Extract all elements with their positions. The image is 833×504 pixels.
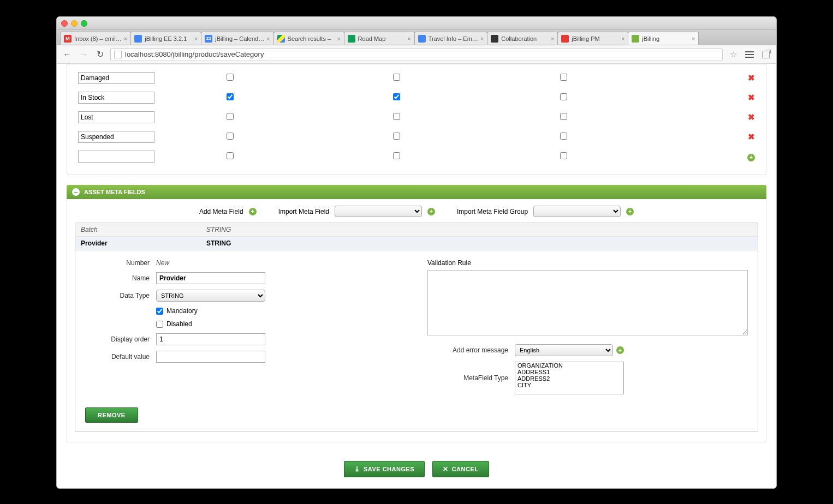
import-meta-field-group-button[interactable]: + bbox=[626, 208, 634, 215]
delete-row-icon[interactable]: ✖ bbox=[748, 93, 755, 102]
add-row-icon[interactable]: + bbox=[747, 154, 755, 161]
tab-close-icon[interactable]: × bbox=[407, 35, 410, 42]
tab-title: jBilling – Calend… bbox=[215, 35, 264, 42]
browser-tab[interactable]: jBilling PM× bbox=[557, 32, 628, 45]
metafield-type-option[interactable]: ADDRESS1 bbox=[515, 369, 623, 375]
browser-tab[interactable]: jBilling EE 3.2.1× bbox=[130, 32, 201, 45]
status-checkbox[interactable] bbox=[393, 93, 400, 100]
add-meta-field-label: Add Meta Field bbox=[199, 208, 243, 215]
display-order-input[interactable] bbox=[156, 333, 265, 345]
status-checkbox[interactable] bbox=[560, 74, 567, 81]
status-name-input[interactable] bbox=[78, 131, 154, 143]
bookmark-star-icon[interactable]: ☆ bbox=[727, 49, 739, 61]
mandatory-checkbox[interactable] bbox=[156, 308, 163, 315]
tab-close-icon[interactable]: × bbox=[551, 35, 554, 42]
name-input[interactable] bbox=[156, 272, 265, 284]
status-row: + bbox=[74, 147, 759, 166]
browser-tab[interactable]: Road Map× bbox=[344, 32, 415, 45]
status-checkbox[interactable] bbox=[393, 113, 400, 120]
disabled-checkbox[interactable] bbox=[156, 321, 163, 328]
tab-close-icon[interactable]: × bbox=[480, 35, 484, 42]
meta-field-row[interactable]: BatchSTRING bbox=[75, 223, 758, 237]
status-checkbox[interactable] bbox=[560, 152, 567, 159]
browser-tab[interactable]: Search results –× bbox=[273, 32, 344, 45]
meta-field-row[interactable]: ProviderSTRING bbox=[75, 237, 758, 250]
status-name-input[interactable] bbox=[78, 111, 154, 123]
status-name-input[interactable] bbox=[78, 92, 154, 104]
mandatory-label: Mandatory bbox=[166, 307, 198, 315]
status-checkbox[interactable] bbox=[227, 152, 234, 159]
window-minimize-icon[interactable] bbox=[71, 20, 78, 27]
import-meta-field-select[interactable] bbox=[335, 206, 422, 217]
status-checkbox[interactable] bbox=[227, 133, 234, 140]
data-type-select[interactable]: STRING bbox=[156, 290, 265, 302]
status-checkbox[interactable] bbox=[393, 152, 400, 159]
metafield-type-option[interactable]: CITY bbox=[515, 382, 623, 388]
tab-close-icon[interactable]: × bbox=[194, 35, 198, 42]
tab-title: Search results – bbox=[288, 35, 335, 42]
tab-close-icon[interactable]: × bbox=[124, 35, 127, 42]
meta-field-action-row: Add Meta Field + Import Meta Field + Imp… bbox=[75, 206, 758, 217]
delete-row-icon[interactable]: ✖ bbox=[748, 73, 755, 82]
status-checkbox[interactable] bbox=[560, 133, 567, 140]
tab-close-icon[interactable]: × bbox=[337, 35, 340, 42]
browser-tab[interactable]: MInbox (8) – emil…× bbox=[60, 32, 131, 45]
page-icon bbox=[114, 51, 122, 58]
status-checkbox[interactable] bbox=[393, 74, 400, 81]
status-row: ✖ bbox=[74, 88, 759, 107]
browser-tab[interactable]: jBilling× bbox=[628, 32, 699, 45]
name-label: Name bbox=[85, 274, 156, 282]
tab-close-icon[interactable]: × bbox=[621, 35, 624, 42]
window-titlebar bbox=[57, 17, 776, 30]
pm-favicon-icon bbox=[561, 35, 569, 43]
gmail-favicon-icon: M bbox=[64, 35, 72, 43]
status-checkbox[interactable] bbox=[560, 113, 567, 120]
add-meta-field-button[interactable]: + bbox=[249, 208, 257, 215]
delete-row-icon[interactable]: ✖ bbox=[748, 132, 755, 141]
metafield-type-option[interactable]: ORGANIZATION bbox=[515, 362, 623, 369]
forward-button[interactable]: → bbox=[78, 49, 90, 61]
github-favicon-icon bbox=[491, 35, 498, 43]
import-meta-field-group-label: Import Meta Field Group bbox=[457, 208, 528, 215]
delete-row-icon[interactable]: ✖ bbox=[748, 112, 755, 122]
status-checkbox[interactable] bbox=[560, 93, 567, 100]
browser-tab[interactable]: Collaboration× bbox=[487, 32, 558, 45]
disabled-label: Disabled bbox=[166, 320, 192, 328]
status-name-input[interactable] bbox=[78, 72, 154, 84]
meta-field-type: STRING bbox=[206, 226, 231, 233]
meta-field-detail-panel: Number New Name Data Type STRING bbox=[75, 250, 758, 432]
metafield-type-list[interactable]: ORGANIZATIONADDRESS1ADDRESS2CITY bbox=[515, 362, 624, 394]
status-checkbox[interactable] bbox=[227, 113, 234, 120]
cal-favicon-icon: 22 bbox=[205, 35, 212, 43]
status-name-input[interactable] bbox=[78, 151, 154, 163]
tab-title: Collaboration bbox=[501, 35, 549, 42]
fullscreen-icon[interactable] bbox=[760, 49, 772, 61]
status-checkbox[interactable] bbox=[227, 74, 234, 81]
import-meta-field-group-select[interactable] bbox=[533, 206, 621, 217]
back-button[interactable]: ← bbox=[61, 49, 73, 61]
tab-close-icon[interactable]: × bbox=[692, 35, 695, 42]
import-meta-field-button[interactable]: + bbox=[427, 208, 435, 215]
add-error-message-button[interactable]: + bbox=[616, 346, 624, 354]
status-checkbox[interactable] bbox=[227, 93, 234, 100]
tab-close-icon[interactable]: × bbox=[266, 35, 270, 42]
cancel-button[interactable]: ✕CANCEL bbox=[432, 461, 489, 477]
menu-button[interactable] bbox=[743, 49, 755, 61]
default-value-input[interactable] bbox=[156, 351, 265, 363]
remove-button[interactable]: REMOVE bbox=[85, 407, 138, 423]
address-bar[interactable]: localhost:8080/jbilling/product/saveCate… bbox=[110, 48, 723, 61]
status-row: ✖ bbox=[74, 128, 759, 146]
metafield-type-option[interactable]: ADDRESS2 bbox=[515, 375, 623, 382]
sheets-favicon-icon bbox=[348, 35, 355, 43]
browser-tab[interactable]: Travel Info – Em…× bbox=[414, 32, 488, 45]
collapse-icon[interactable]: – bbox=[72, 188, 80, 196]
window-close-icon[interactable] bbox=[61, 20, 68, 27]
reload-button[interactable]: ↻ bbox=[94, 49, 106, 61]
save-changes-button[interactable]: ⤓SAVE CHANGES bbox=[344, 461, 425, 477]
status-checkbox[interactable] bbox=[393, 133, 400, 140]
window-maximize-icon[interactable] bbox=[81, 20, 87, 27]
browser-tab[interactable]: 22jBilling – Calend…× bbox=[201, 32, 273, 45]
validation-rule-textarea[interactable] bbox=[427, 270, 748, 335]
error-language-select[interactable]: English bbox=[515, 344, 613, 356]
asset-meta-fields-header[interactable]: – ASSET META FIELDS bbox=[67, 185, 766, 199]
